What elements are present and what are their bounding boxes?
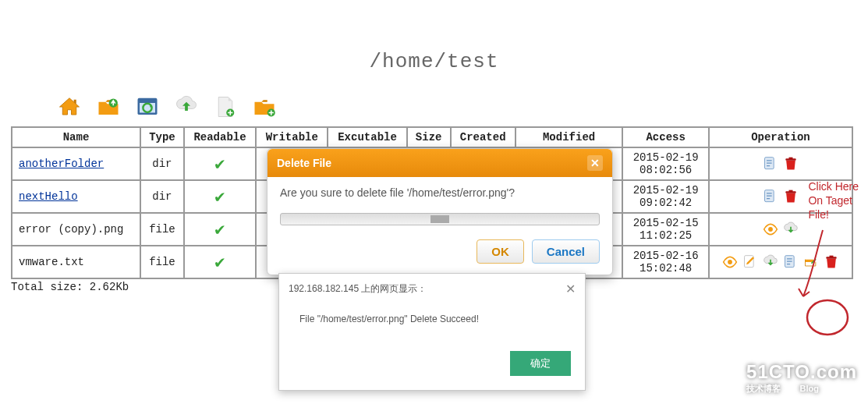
cell-operation [709, 147, 852, 180]
dialog-message: Are you sure to delete file '/home/test/… [267, 177, 612, 208]
col-name: Name [12, 127, 140, 147]
cell-readable: ✔ [184, 147, 256, 180]
svg-point-20 [807, 300, 848, 335]
refresh-button[interactable] [131, 90, 164, 123]
cell-type: dir [140, 180, 184, 213]
new-folder-button[interactable] [248, 90, 281, 123]
cell-name: nextHello [12, 180, 140, 213]
cell-access: 2015-02-1511:02:25 [622, 213, 708, 246]
cell-readable: ✔ [184, 246, 256, 278]
edit-icon[interactable] [742, 253, 759, 271]
cell-readable: ✔ [184, 213, 256, 246]
alert-ok-button[interactable]: 确定 [510, 351, 571, 376]
folder-link[interactable]: anotherFolder [19, 158, 104, 170]
preview-icon[interactable] [762, 221, 779, 238]
annotation-text: Click Here On Taget File! [808, 179, 859, 221]
cell-access: 2015-02-1908:02:56 [622, 147, 708, 180]
svg-point-14 [768, 227, 773, 232]
ok-button[interactable]: OK [477, 239, 524, 264]
cell-access: 2015-02-1909:02:42 [622, 180, 708, 213]
close-icon[interactable]: ✕ [587, 155, 603, 171]
svg-rect-10 [788, 158, 792, 160]
cell-name: vmware.txt [12, 246, 140, 278]
alert-close-icon[interactable]: ✕ [565, 282, 576, 296]
cell-type: file [140, 246, 184, 278]
info-icon[interactable] [762, 188, 779, 205]
alert-dialog: 192.168.182.145 上的网页显示： ✕ File "/home/te… [278, 273, 586, 391]
trash-icon[interactable] [782, 155, 799, 172]
col-size: Size [407, 127, 451, 147]
check-icon: ✔ [214, 155, 225, 175]
alert-message: File "/home/test/error.png" Delete Succe… [279, 304, 585, 343]
col-writable: Writable [256, 127, 328, 147]
cell-type: file [140, 213, 184, 246]
toolbar [0, 90, 868, 123]
new-file-button[interactable] [209, 90, 242, 123]
cell-name: anotherFolder [12, 147, 140, 180]
svg-point-15 [728, 260, 732, 264]
alert-header: 192.168.182.145 上的网页显示： [289, 282, 427, 296]
col-excutable: Excutable [328, 127, 406, 147]
cell-name: error (copy).png [12, 213, 140, 246]
annotation-circle [804, 296, 851, 339]
preview-icon[interactable] [721, 253, 739, 271]
col-operation: Operation [709, 127, 852, 147]
info-icon[interactable] [762, 155, 779, 172]
col-readable: Readable [184, 127, 256, 147]
download-icon[interactable] [762, 253, 779, 271]
progress-track [280, 213, 600, 225]
upload-button[interactable] [170, 90, 203, 123]
home-button[interactable] [53, 90, 86, 123]
watermark: 51CTO.com 技术博客 Blog [746, 361, 857, 395]
check-icon: ✔ [214, 253, 225, 273]
svg-rect-13 [788, 190, 792, 193]
cancel-button[interactable]: Cancel [532, 239, 600, 264]
path-title: /home/test [0, 50, 868, 73]
cell-readable: ✔ [184, 180, 256, 213]
open-folder-button[interactable] [92, 90, 125, 123]
cell-type: dir [140, 147, 184, 180]
col-created: Created [451, 127, 515, 147]
col-access: Access [622, 127, 708, 147]
dialog-title: Delete File [277, 149, 331, 177]
col-modified: Modified [515, 127, 623, 147]
check-icon: ✔ [214, 188, 225, 207]
cell-access: 2015-02-1615:02:48 [622, 246, 708, 278]
trash-icon[interactable] [782, 188, 799, 205]
annotation-arrow [792, 226, 838, 304]
delete-confirm-dialog: Delete File ✕ Are you sure to delete fil… [267, 148, 613, 275]
col-type: Type [140, 127, 184, 147]
check-icon: ✔ [214, 221, 225, 240]
folder-link[interactable]: nextHello [19, 190, 78, 203]
